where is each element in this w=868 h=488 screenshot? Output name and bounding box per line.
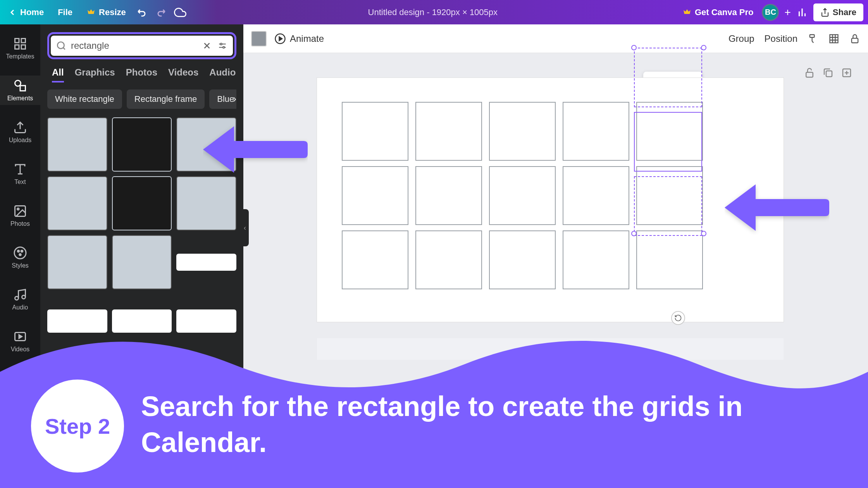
rotate-handle[interactable] [671,311,685,325]
svg-point-14 [17,250,19,252]
canvas-page[interactable] [317,78,784,322]
filter-icon[interactable] [217,41,227,51]
result-rectangle[interactable] [176,254,236,271]
elements-icon [13,79,27,93]
result-rectangle[interactable] [112,117,172,172]
animate-icon [274,33,286,45]
duplicate-page-icon[interactable] [822,67,834,79]
rail-text[interactable]: Text [0,159,40,189]
tab-photos[interactable]: Photos [126,67,157,82]
result-rectangle[interactable] [112,235,172,289]
animate-button[interactable]: Animate [274,33,324,45]
resize-handle[interactable] [631,45,637,50]
resize-button[interactable]: Resize [83,5,129,20]
resize-handle[interactable] [631,231,637,236]
search-input[interactable] [71,40,197,51]
svg-rect-5 [15,45,19,49]
chip-rectangle-frame[interactable]: Rectangle frame [127,89,205,109]
tutorial-caption: Step 2 Search for the rectangle to creat… [0,325,868,488]
share-icon [820,8,830,17]
svg-rect-31 [810,34,815,37]
search-box[interactable] [51,36,233,56]
chip-white-rectangle[interactable]: White rectangle [47,89,122,109]
result-rectangle[interactable] [47,117,107,172]
grid-cell[interactable] [415,166,482,225]
back-button[interactable]: Home [5,5,47,20]
share-button[interactable]: Share [813,3,863,21]
grid-cell[interactable] [342,102,408,161]
grid-cell[interactable] [563,230,629,289]
unlock-page-icon[interactable] [804,67,815,79]
rail-uploads[interactable]: Uploads [0,117,40,147]
text-icon [13,162,27,176]
group-button[interactable]: Group [728,33,754,44]
crown-icon [682,8,692,17]
resize-handle[interactable] [701,45,706,50]
audio-icon [13,288,27,302]
selected-element[interactable] [634,112,702,172]
selected-element[interactable] [634,48,702,107]
add-page-icon[interactable] [841,67,852,79]
result-rectangle[interactable] [47,176,107,230]
tab-all[interactable]: All [52,67,64,82]
rail-styles[interactable]: Styles [0,243,40,272]
grid-cell[interactable] [415,102,482,161]
svg-marker-30 [279,37,282,41]
svg-rect-32 [830,34,838,43]
tab-videos[interactable]: Videos [168,67,198,82]
chevron-left-icon [8,8,17,17]
grid-cell[interactable] [563,166,629,225]
grid-cell[interactable] [342,166,408,225]
rail-photos[interactable]: Photos [0,201,40,230]
fill-color-swatch[interactable] [251,31,267,46]
result-rectangle[interactable] [112,176,172,230]
tab-graphics[interactable]: Graphics [75,67,115,82]
grid-cell[interactable] [489,230,556,289]
grid-cell[interactable] [489,102,556,161]
rail-audio[interactable]: Audio [0,285,40,314]
position-button[interactable]: Position [765,33,797,44]
svg-rect-34 [806,72,813,77]
add-member-icon[interactable]: + [784,6,790,19]
chips-scroll-right-icon[interactable]: › [233,93,236,105]
uploads-icon [13,120,27,134]
cloud-sync-icon[interactable] [174,6,186,19]
grid-cell[interactable] [342,230,408,289]
undo-icon[interactable] [137,7,148,18]
page-tools [804,67,852,79]
grid-cell[interactable] [415,230,482,289]
search-icon [56,41,66,51]
lock-icon[interactable] [849,33,860,44]
svg-point-28 [223,46,224,48]
svg-point-13 [14,247,26,259]
svg-point-17 [15,297,19,300]
rail-elements[interactable]: Elements [0,76,40,105]
selection-overlay [634,48,704,234]
grid-cell[interactable] [636,230,703,289]
resize-handle[interactable] [701,231,706,236]
chip-blue[interactable]: Blue [209,89,236,109]
redo-icon[interactable] [155,7,166,18]
rail-templates[interactable]: Templates [0,34,40,63]
collapse-panel-handle[interactable]: ‹ [241,209,249,246]
grid-cell[interactable] [489,166,556,225]
svg-point-27 [220,43,222,45]
selected-element[interactable] [634,176,702,236]
grid-cell[interactable] [563,102,629,161]
transparency-icon[interactable] [828,33,839,44]
file-menu[interactable]: File [55,5,76,20]
avatar[interactable]: BC [762,4,779,21]
result-rectangle[interactable] [176,176,236,230]
svg-rect-6 [21,45,26,49]
clear-search-icon[interactable] [202,41,212,51]
document-title[interactable]: Untitled design - 1920px × 1005px [193,7,673,17]
caption-text: Search for the rectangle to create the g… [141,388,845,461]
tab-audio[interactable]: Audio [209,67,236,82]
copy-style-icon[interactable] [808,33,818,44]
svg-point-12 [17,208,19,210]
analytics-icon[interactable] [796,7,808,18]
rotate-icon [674,314,682,322]
result-rectangle[interactable] [47,235,107,289]
templates-icon [13,37,27,51]
canva-pro-button[interactable]: Get Canva Pro [679,5,757,20]
